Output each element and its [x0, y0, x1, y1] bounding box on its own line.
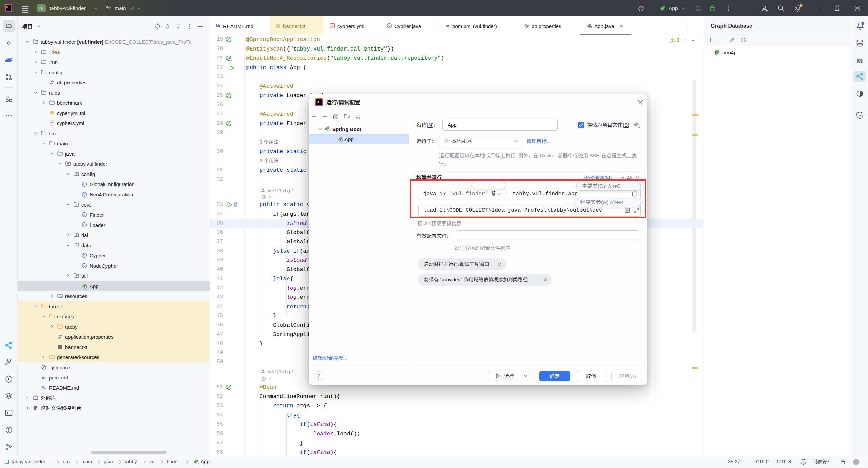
svg-text:z: z — [359, 117, 360, 119]
svg-text:M: M — [216, 24, 219, 28]
svg-text:a: a — [359, 114, 360, 116]
svg-text:Y: Y — [51, 121, 53, 125]
svg-text:C: C — [83, 254, 86, 257]
svg-text:C: C — [388, 24, 391, 27]
svg-text:C: C — [83, 213, 86, 216]
svg-text:m: m — [445, 23, 449, 28]
svg-text:4: 4 — [803, 461, 804, 464]
svg-text:Y: Y — [331, 24, 334, 28]
svg-text:M: M — [42, 386, 45, 390]
svg-text:m: m — [42, 375, 46, 380]
svg-text:C: C — [83, 223, 86, 227]
svg-text:m: m — [857, 56, 863, 64]
svg-text:C: C — [83, 182, 86, 186]
svg-text:C: C — [83, 264, 86, 267]
svg-text:C: C — [83, 193, 86, 196]
